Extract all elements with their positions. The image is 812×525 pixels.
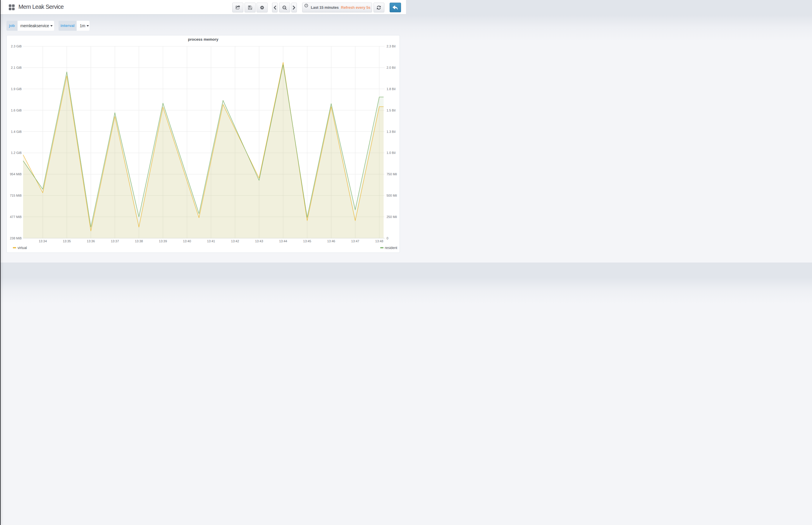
svg-text:0: 0 [387, 237, 388, 240]
svg-text:virtual: virtual [18, 246, 27, 250]
svg-text:1.0 Bil: 1.0 Bil [387, 151, 396, 154]
svg-text:13:45: 13:45 [303, 239, 311, 243]
svg-text:1.9 GiB: 1.9 GiB [11, 87, 22, 91]
svg-text:13:36: 13:36 [87, 239, 95, 243]
svg-text:13:43: 13:43 [255, 239, 263, 243]
svg-text:13:48: 13:48 [375, 239, 383, 243]
svg-text:13:39: 13:39 [159, 239, 167, 243]
svg-text:13:47: 13:47 [351, 239, 359, 243]
svg-text:750 Mil: 750 Mil [387, 172, 397, 176]
svg-text:13:38: 13:38 [135, 239, 143, 243]
svg-text:1.8 Bil: 1.8 Bil [387, 87, 396, 91]
svg-text:13:46: 13:46 [327, 239, 335, 243]
svg-text:13:42: 13:42 [231, 239, 239, 243]
svg-text:13:41: 13:41 [207, 239, 215, 243]
svg-text:954 MiB: 954 MiB [10, 172, 22, 176]
svg-text:2.3 Bil: 2.3 Bil [387, 44, 396, 48]
svg-text:477 MiB: 477 MiB [10, 215, 22, 219]
svg-text:1.6 GiB: 1.6 GiB [11, 108, 22, 112]
svg-text:13:44: 13:44 [279, 239, 287, 243]
svg-text:2.3 GiB: 2.3 GiB [11, 44, 22, 48]
svg-text:13:35: 13:35 [63, 239, 71, 243]
svg-text:13:40: 13:40 [183, 239, 191, 243]
svg-text:resident: resident [385, 246, 398, 250]
svg-text:250 Mil: 250 Mil [387, 215, 397, 219]
svg-text:500 Mil: 500 Mil [387, 194, 397, 197]
svg-text:2.0 Bil: 2.0 Bil [387, 66, 396, 69]
svg-text:1.4 GiB: 1.4 GiB [11, 130, 22, 133]
svg-text:13:34: 13:34 [39, 239, 47, 243]
svg-text:2.1 GiB: 2.1 GiB [11, 66, 22, 69]
svg-text:1.3 Bil: 1.3 Bil [387, 130, 396, 133]
svg-text:238 MiB: 238 MiB [10, 237, 22, 240]
svg-text:13:37: 13:37 [111, 239, 119, 243]
svg-text:1.5 Bil: 1.5 Bil [387, 108, 396, 112]
svg-text:1.2 GiB: 1.2 GiB [11, 151, 22, 154]
svg-text:715 MiB: 715 MiB [10, 194, 22, 197]
